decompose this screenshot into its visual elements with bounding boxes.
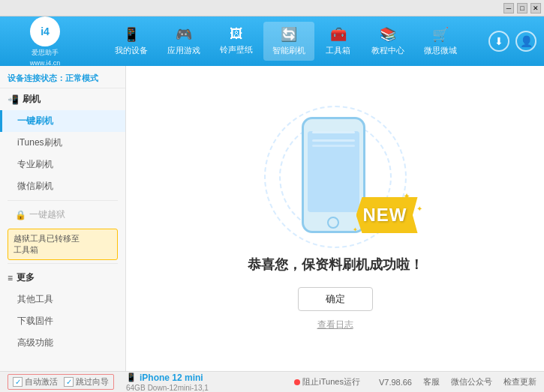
sidebar-item-advanced[interactable]: 高级功能 <box>0 332 125 354</box>
screen-line-2 <box>312 139 355 142</box>
nav-smart-flash-icon: 🔄 <box>281 26 297 43</box>
device-storage: 64GB <box>126 384 146 392</box>
lock-icon: 🔒 <box>15 210 26 220</box>
screen-line-1 <box>312 131 355 133</box>
new-badge-container: ✦ ✦ ✦ NEW <box>356 197 418 233</box>
sidebar-item-wechat-flash[interactable]: 微信刷机 <box>0 175 125 197</box>
flash-icon: 📲 <box>8 94 19 105</box>
success-message: 恭喜您，保资料刷机成功啦！ <box>248 256 423 274</box>
flash-label: 刷机 <box>23 93 41 106</box>
auto-connect-label: 自动激活 <box>25 376 58 388</box>
device-name: iPhone 12 mini <box>140 373 203 383</box>
logo-url: www.i4.cn <box>30 59 61 67</box>
nav-tutorial[interactable]: 📚 教程中心 <box>362 22 413 61</box>
checkbox-group: ✓ 自动激活 ✓ 跳过向导 <box>8 374 114 390</box>
nav-smart-flash-label: 智能刷机 <box>272 45 305 56</box>
status-label: 设备连接状态： <box>8 73 65 82</box>
more-icon: ≡ <box>8 273 13 283</box>
logo-icon: i4 <box>30 16 60 46</box>
nav-apps-games[interactable]: 🎮 应用游戏 <box>158 22 209 61</box>
logo-name: 爱思助手 <box>32 48 59 58</box>
itunes-dot <box>294 379 300 385</box>
nav-toolbox[interactable]: 🧰 工具箱 <box>316 22 361 61</box>
nav-wallpaper[interactable]: 🖼 铃声壁纸 <box>211 22 262 61</box>
skip-wizard-checkbox-box[interactable]: ✓ <box>64 377 74 387</box>
auto-connect-checkbox-box[interactable]: ✓ <box>13 377 23 387</box>
auto-connect-checkbox[interactable]: ✓ 自动激活 <box>13 376 58 388</box>
nav-smart-flash[interactable]: 🔄 智能刷机 <box>263 22 314 61</box>
phone-icon: 📱 <box>126 373 137 382</box>
nav-my-device-label: 我的设备 <box>115 45 148 56</box>
nav-my-device[interactable]: 📱 我的设备 <box>106 22 157 61</box>
new-text: NEW <box>363 205 407 226</box>
bottom-left: ✓ 自动激活 ✓ 跳过向导 📱 iPhone 12 mini 64GB Down… <box>8 373 294 392</box>
nav-tutorial-label: 教程中心 <box>371 45 404 56</box>
content-area: ✦ ✦ ✦ NEW 恭喜您，保资料刷机成功啦！ 确定 查看日志 <box>126 66 544 371</box>
sidebar-jailbreak-header: 🔒 一键越狱 <box>0 204 125 226</box>
sidebar-item-pro-flash[interactable]: 专业刷机 <box>0 154 125 175</box>
sidebar-item-itunes-flash[interactable]: iTunes刷机 <box>0 132 125 154</box>
new-ribbon: NEW <box>356 197 418 233</box>
close-button[interactable]: ✕ <box>530 3 541 13</box>
phone-home-button <box>327 217 339 229</box>
sidebar-divider-1 <box>8 200 118 201</box>
jailbreak-notice-text: 越狱工具已转移至工具箱 <box>14 234 80 254</box>
bottom-bar: ✓ 自动激活 ✓ 跳过向导 📱 iPhone 12 mini 64GB Down… <box>0 371 544 392</box>
sidebar-item-other-tools[interactable]: 其他工具 <box>0 289 125 310</box>
nav-apps-games-icon: 🎮 <box>176 26 192 43</box>
main-area: 设备连接状态：正常模式 📲 刷机 一键刷机 iTunes刷机 专业刷机 微信刷机… <box>0 66 544 371</box>
logo-symbol: i4 <box>41 25 50 37</box>
window-controls[interactable]: ─ □ ✕ <box>503 3 541 13</box>
user-button[interactable]: 👤 <box>515 31 536 52</box>
skip-wizard-label: 跳过向导 <box>76 376 109 388</box>
customer-service-link[interactable]: 客服 <box>423 376 440 388</box>
wechat-link[interactable]: 微信公众号 <box>451 376 492 388</box>
download-button[interactable]: ⬇ <box>488 31 509 52</box>
device-status: 设备连接状态：正常模式 <box>0 69 125 88</box>
nav-weidian-icon: 🛒 <box>432 26 449 43</box>
nav-weidian[interactable]: 🛒 微思微城 <box>415 22 466 61</box>
bottom-right: 阻止iTunes运行 V7.98.66 客服 微信公众号 检查更新 <box>294 376 536 388</box>
sparkle-left: ✦ <box>353 226 358 233</box>
sidebar-item-one-click-flash[interactable]: 一键刷机 <box>0 110 125 132</box>
nav-toolbox-label: 工具箱 <box>326 45 350 56</box>
device-firmware-val: Down-12mini-13,1 <box>148 384 209 392</box>
sidebar-more-header: ≡ 更多 <box>0 267 125 289</box>
illustration-container: ✦ ✦ ✦ NEW <box>253 106 418 248</box>
nav-apps-games-label: 应用游戏 <box>167 45 200 56</box>
nav-weidian-label: 微思微城 <box>424 45 457 56</box>
skip-wizard-checkbox[interactable]: ✓ 跳过向导 <box>64 376 109 388</box>
nav-tutorial-icon: 📚 <box>380 26 396 43</box>
logo-area: i4 爱思助手 www.i4.cn <box>8 16 83 67</box>
nav-right-buttons: ⬇ 👤 <box>488 31 536 52</box>
status-value: 正常模式 <box>65 73 98 82</box>
sidebar-jailbreak-notice: 越狱工具已转移至工具箱 <box>8 229 118 260</box>
nav-wallpaper-label: 铃声壁纸 <box>220 44 253 55</box>
nav-items: 📱 我的设备 🎮 应用游戏 🖼 铃声壁纸 🔄 智能刷机 🧰 工具箱 📚 教程中心… <box>83 22 488 61</box>
screen-line-3 <box>312 145 355 147</box>
nav-toolbox-icon: 🧰 <box>330 26 347 43</box>
sparkle-right: ✦ <box>416 205 422 213</box>
top-nav: i4 爱思助手 www.i4.cn 📱 我的设备 🎮 应用游戏 🖼 铃声壁纸 🔄… <box>0 16 544 66</box>
minimize-button[interactable]: ─ <box>503 3 514 13</box>
sidebar-item-download-firmware[interactable]: 下载固件 <box>0 310 125 332</box>
phone-screen <box>308 131 359 212</box>
version-label: V7.98.66 <box>379 378 412 387</box>
view-record-link[interactable]: 查看日志 <box>317 319 353 331</box>
maximize-button[interactable]: □ <box>517 3 527 13</box>
more-label: 更多 <box>17 271 35 284</box>
itunes-status: 阻止iTunes运行 <box>294 376 360 388</box>
sidebar-divider-2 <box>8 263 118 264</box>
sidebar-flash-header: 📲 刷机 <box>0 88 125 110</box>
itunes-label: 阻止iTunes运行 <box>302 376 360 388</box>
confirm-button[interactable]: 确定 <box>298 287 373 311</box>
nav-wallpaper-icon: 🖼 <box>230 26 243 42</box>
nav-my-device-icon: 📱 <box>123 26 140 43</box>
check-update-link[interactable]: 检查更新 <box>503 376 536 388</box>
title-bar: ─ □ ✕ <box>0 0 544 16</box>
sidebar: 设备连接状态：正常模式 📲 刷机 一键刷机 iTunes刷机 专业刷机 微信刷机… <box>0 66 126 371</box>
device-info: 📱 iPhone 12 mini 64GB Down-12mini-13,1 <box>126 373 209 392</box>
